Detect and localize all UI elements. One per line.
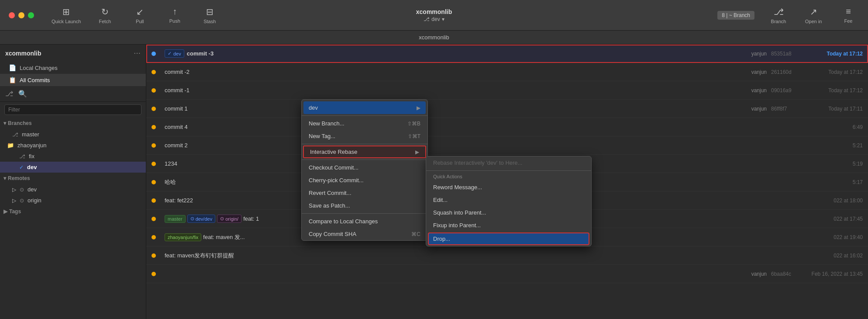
commit-message-text: commit 1 xyxy=(165,105,727,112)
branch-badge-right: 8 | ~ Branch xyxy=(717,11,754,20)
graph-column xyxy=(152,52,160,56)
graph-column xyxy=(152,70,160,74)
push-button[interactable]: ↑ Push xyxy=(164,7,186,24)
sidebar-search-icon[interactable]: 🔍 xyxy=(18,90,27,98)
table-row[interactable]: commit -1 vanjun 09016a9 Today at 17:12 xyxy=(146,81,868,100)
branches-section-header[interactable]: ▾ Branches xyxy=(0,118,146,129)
context-submenu-arrow: ▶ xyxy=(417,105,420,111)
commit-author: vanjun xyxy=(732,106,767,112)
commit-time: 5:17 xyxy=(806,179,863,185)
commit-time: Feb 16, 2022 at 13:45 xyxy=(806,271,863,277)
sidebar-more-icon[interactable]: ⋯ xyxy=(134,49,141,57)
subtitle-text: xcommonlib xyxy=(419,34,449,41)
graph-dot xyxy=(152,88,156,93)
sidebar-fix-branch[interactable]: ⎇ fix xyxy=(0,151,146,162)
dev-label: dev xyxy=(27,164,37,170)
sidebar-all-commits[interactable]: 📋 All Commits xyxy=(0,74,146,86)
context-separator4 xyxy=(302,213,427,214)
context-interactive-rebase[interactable]: Interactive Rebase ▶ xyxy=(303,146,426,158)
fetch-button[interactable]: ↻ Fetch xyxy=(94,7,116,24)
fetch-label: Fetch xyxy=(99,19,111,24)
new-branch-label: New Branch... xyxy=(309,120,344,127)
branch-icon: ⎇ xyxy=(424,16,430,22)
table-row[interactable]: commit 2 5:21 xyxy=(146,136,868,155)
origin-label: origin/ xyxy=(225,216,238,222)
context-menu[interactable]: dev ▶ New Branch... ⇧⌘B New Tag... ⇧⌘T I… xyxy=(301,99,428,241)
context-new-tag[interactable]: New Tag... ⇧⌘T xyxy=(302,130,427,142)
graph-dot xyxy=(152,235,156,239)
maximize-button[interactable] xyxy=(28,12,34,18)
context-copy-sha[interactable]: Copy Commit SHA ⌘C xyxy=(302,228,427,240)
sidebar-icons-row: ⎇ 🔍 xyxy=(0,86,146,102)
context-menu-dev-item[interactable]: dev ▶ xyxy=(303,101,426,114)
commit-sha: 261160d xyxy=(771,69,802,75)
table-row[interactable]: commit 4 6:49 xyxy=(146,118,868,136)
pull-label: Pull xyxy=(136,19,144,24)
filter-input[interactable] xyxy=(4,104,141,115)
branches-collapse-icon: ▾ xyxy=(3,120,6,126)
graph-column xyxy=(152,125,160,129)
subtitle-bar: xcommonlib xyxy=(0,31,868,45)
interactive-rebase-label: Interactive Rebase xyxy=(310,149,357,155)
commit-time: 022 at 17:45 xyxy=(806,216,863,222)
new-tag-shortcut: ⇧⌘T xyxy=(408,133,420,139)
current-branch-label: dev xyxy=(431,16,440,22)
branch-button[interactable]: ⎇ Branch xyxy=(768,7,789,24)
commit-message-text: commit -2 xyxy=(165,69,727,75)
sidebar-branch-icon[interactable]: ⎇ xyxy=(5,90,13,98)
submenu-rebase-here[interactable]: Rebase Interactively 'dev' to Here... xyxy=(426,156,591,169)
graph-column xyxy=(152,162,160,166)
graph-dot xyxy=(152,162,156,166)
graph-dot xyxy=(152,70,156,74)
close-button[interactable] xyxy=(9,12,15,18)
graph-dot xyxy=(152,217,156,221)
remote-origin-label: origin xyxy=(28,197,41,204)
checkout-label: Checkout Commit... xyxy=(309,164,358,171)
context-compare[interactable]: Compare to Local Changes xyxy=(302,215,427,228)
sidebar-master-branch[interactable]: ⎇ master xyxy=(0,129,146,140)
context-checkout[interactable]: Checkout Commit... xyxy=(302,161,427,174)
dev-branch-badge: ✓ dev xyxy=(165,49,184,58)
table-row[interactable]: commit -2 vanjun 261160d Today at 17:12 xyxy=(146,63,868,81)
feed-button[interactable]: ≡ Fee xyxy=(837,7,859,24)
submenu[interactable]: Rebase Interactively 'dev' to Here... Qu… xyxy=(426,156,592,246)
commit-message-text: commit 4 xyxy=(165,124,727,130)
rebase-arrow: ▶ xyxy=(415,149,419,155)
sidebar-local-changes[interactable]: 📄 Local Changes xyxy=(0,62,146,74)
context-revert[interactable]: Revert Commit... xyxy=(302,187,427,199)
commit-author: vanjun xyxy=(732,271,767,277)
sidebar-zhaoyan-folder[interactable]: 📁 zhaoyanjun xyxy=(0,140,146,151)
graph-dot xyxy=(152,272,156,276)
submenu-reword[interactable]: Reword Message... xyxy=(426,181,591,194)
table-row[interactable]: vanjun 6baa84c Feb 16, 2022 at 13:45 xyxy=(146,265,868,283)
context-save-patch[interactable]: Save as Patch... xyxy=(302,199,427,212)
tags-section-header[interactable]: ▶ Tags xyxy=(0,206,146,217)
pull-button[interactable]: ↙ Pull xyxy=(129,7,151,24)
table-row[interactable]: commit 1 vanjun 86ff8f7 Today at 17:11 xyxy=(146,100,868,118)
table-row[interactable]: feat: maven发布钉钉群提醒 022 at 16:02 xyxy=(146,246,868,265)
submenu-fixup[interactable]: Fixup into Parent... xyxy=(426,219,591,232)
main-content: xcommonlib ⋯ 📄 Local Changes 📋 All Commi… xyxy=(0,45,868,319)
quick-actions-label: Quick Actions xyxy=(426,172,591,181)
submenu-drop[interactable]: Drop... xyxy=(428,232,589,245)
circle-icon: ⊙ xyxy=(190,216,194,222)
sidebar-dev-branch[interactable]: ✓ dev xyxy=(0,162,146,173)
context-cherry-pick[interactable]: Cherry-pick Commit... xyxy=(302,174,427,187)
branch-selector[interactable]: ⎇ dev ▾ xyxy=(424,16,444,22)
quick-launch-button[interactable]: ⊞ Quick Launch xyxy=(52,7,81,24)
commit-message-text: commit 2 xyxy=(165,142,802,149)
stash-button[interactable]: ⊟ Stash xyxy=(199,7,220,24)
context-new-branch[interactable]: New Branch... ⇧⌘B xyxy=(302,117,427,130)
branch-badge-check: ✓ xyxy=(168,51,172,56)
minimize-button[interactable] xyxy=(18,12,24,18)
open-in-button[interactable]: ↗ Open in xyxy=(803,7,824,24)
graph-column xyxy=(152,107,160,111)
sidebar-app-name: xcommonlib xyxy=(5,50,41,57)
submenu-edit[interactable]: Edit... xyxy=(426,194,591,206)
table-row[interactable]: ✓ dev commit -3 yanjun 85351a8 Today at … xyxy=(146,45,868,63)
sidebar-remote-origin[interactable]: ▷ ⊙ origin xyxy=(0,195,146,206)
devdev-label: dev/dev xyxy=(196,216,213,222)
sidebar-remote-dev[interactable]: ▷ ⊙ dev xyxy=(0,184,146,195)
submenu-squash[interactable]: Squash into Parent... xyxy=(426,206,591,219)
remotes-section-header[interactable]: ▾ Remotes xyxy=(0,173,146,184)
